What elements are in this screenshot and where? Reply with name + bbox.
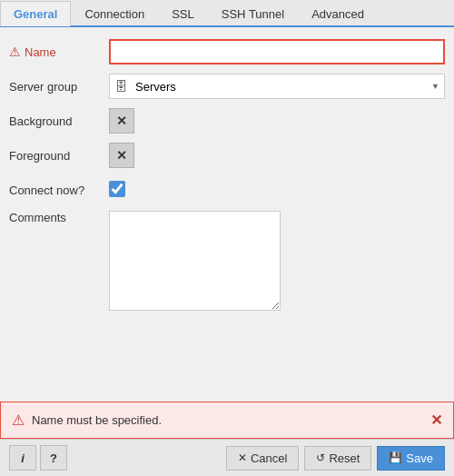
server-group-label: Server group: [9, 80, 109, 94]
foreground-label: Foreground: [9, 149, 109, 163]
save-icon: 💾: [389, 451, 402, 464]
tab-general[interactable]: General: [0, 1, 71, 26]
name-row: ⚠ Name: [9, 38, 445, 65]
name-input[interactable]: [109, 39, 445, 64]
footer: i ? ✕ Cancel ↺ Reset 💾 Save: [0, 439, 454, 476]
footer-left-buttons: i ?: [9, 445, 67, 471]
error-bar-content: ⚠ Name must be specified.: [12, 412, 162, 429]
tab-advanced[interactable]: Advanced: [298, 1, 378, 26]
info-button[interactable]: i: [9, 445, 36, 471]
error-bar: ⚠ Name must be specified. ✕: [0, 402, 454, 439]
comments-row: Comments: [9, 211, 445, 313]
name-warning-icon: ⚠: [9, 45, 21, 59]
connect-now-control: [109, 181, 445, 200]
help-button[interactable]: ?: [40, 445, 67, 471]
tab-ssl[interactable]: SSL: [158, 1, 208, 26]
server-group-select[interactable]: Servers: [109, 74, 445, 99]
error-warning-icon: ⚠: [12, 412, 25, 429]
server-group-select-wrapper: 🗄 Servers: [109, 74, 445, 99]
name-field-wrapper: [109, 39, 445, 64]
reset-icon: ↺: [316, 451, 325, 464]
footer-right-buttons: ✕ Cancel ↺ Reset 💾 Save: [226, 446, 445, 471]
comments-label: Comments: [9, 211, 109, 224]
foreground-row: Foreground ✕: [9, 142, 445, 169]
background-clear-button[interactable]: ✕: [109, 108, 134, 134]
background-label: Background: [9, 114, 109, 128]
background-row: Background ✕: [9, 107, 445, 134]
server-group-wrapper: 🗄 Servers: [109, 74, 445, 99]
name-label: ⚠ Name: [9, 45, 109, 59]
save-button[interactable]: 💾 Save: [377, 446, 445, 471]
connect-now-label: Connect now?: [9, 183, 109, 197]
background-control: ✕: [109, 108, 445, 134]
connect-now-checkbox[interactable]: [109, 181, 125, 197]
tab-bar: General Connection SSL SSH Tunnel Advanc…: [0, 0, 454, 27]
reset-button[interactable]: ↺ Reset: [304, 446, 371, 471]
foreground-control: ✕: [109, 143, 445, 168]
tab-connection[interactable]: Connection: [71, 1, 158, 26]
error-message: Name must be specified.: [32, 413, 162, 427]
connect-now-row: Connect now?: [9, 176, 445, 203]
cancel-button[interactable]: ✕ Cancel: [226, 446, 299, 471]
tab-ssh-tunnel[interactable]: SSH Tunnel: [208, 1, 298, 26]
foreground-clear-button[interactable]: ✕: [109, 143, 134, 168]
form-content: ⚠ Name Server group 🗄 Servers Background: [0, 27, 454, 402]
comments-control: [109, 211, 445, 313]
server-group-row: Server group 🗄 Servers: [9, 73, 445, 100]
error-close-button[interactable]: ✕: [430, 412, 442, 429]
cancel-icon: ✕: [238, 451, 247, 464]
comments-textarea[interactable]: [109, 211, 281, 311]
